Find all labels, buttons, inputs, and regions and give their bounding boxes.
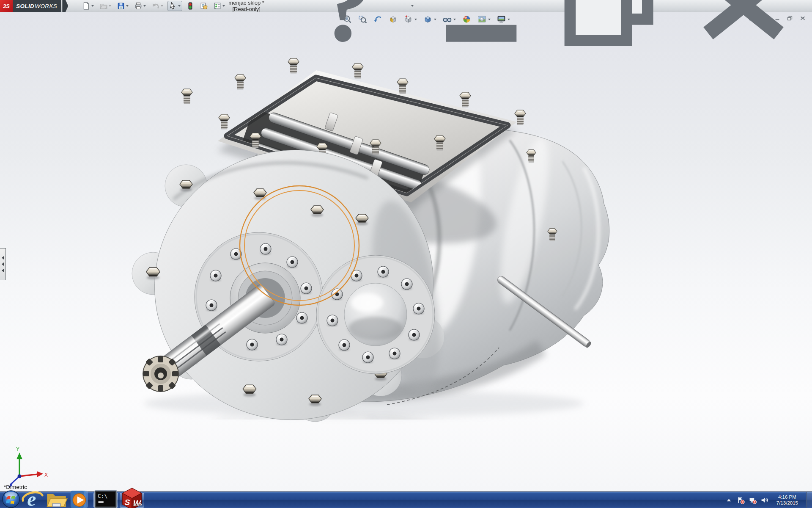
save-icon: [117, 2, 125, 10]
new-button[interactable]: [81, 1, 96, 11]
print-button[interactable]: [133, 1, 148, 11]
ie-icon: e: [20, 487, 44, 508]
help-icon: ?: [283, 0, 410, 70]
file-explorer-button[interactable]: [44, 492, 69, 508]
titlebar: 3S SOLIDWORKS menjac sklop * [Read-only]…: [0, 0, 812, 12]
solidworks-2015-button[interactable]: SW2015: [120, 493, 144, 508]
cmd-icon: C:\: [94, 487, 118, 508]
open-icon: [100, 2, 107, 10]
taskbar-clock[interactable]: 4:16 PM 7/13/2015: [776, 494, 798, 506]
network-status-button[interactable]: [749, 496, 757, 504]
media-player-button[interactable]: [69, 492, 93, 508]
save-button[interactable]: [115, 1, 130, 11]
window-controls: ?: [283, 0, 807, 70]
file-properties-icon: [200, 2, 208, 10]
options-button[interactable]: [212, 1, 227, 11]
undo-icon: [152, 2, 159, 10]
clock-date: 7/13/2015: [776, 500, 798, 506]
dropdown-caret-icon: [222, 5, 225, 7]
taskbar-buttons: eC:\SW2015: [0, 492, 145, 508]
solidworks-wordmark: SOLIDWORKS: [13, 0, 61, 12]
open-button[interactable]: [98, 1, 113, 11]
win-close-icon: [680, 0, 807, 70]
network-x-icon: [749, 496, 757, 504]
flag-x-icon: [737, 496, 745, 504]
options-icon: [214, 2, 221, 10]
svg-text:e: e: [27, 488, 36, 508]
graphics-area[interactable]: Y X *Dimetric: [0, 12, 812, 492]
svg-text:C:\: C:\: [98, 493, 108, 499]
internet-explorer-button[interactable]: e: [20, 492, 44, 508]
select-icon: [169, 2, 177, 10]
dropdown-caret-icon: [161, 5, 163, 7]
close-button[interactable]: [680, 0, 807, 70]
expand-panel-icon: [2, 262, 4, 266]
volume-button[interactable]: [760, 496, 768, 504]
undo-button[interactable]: [150, 1, 165, 11]
explorer-icon: [44, 487, 69, 508]
selected-edge-highlight: [240, 186, 359, 305]
system-tray: 4:16 PM 7/13/2015: [725, 492, 812, 508]
window-title: menjac sklop * [Read-only]: [227, 0, 283, 12]
solidworks-logo: 3S SOLIDWORKS: [0, 0, 68, 12]
version-badge: 2015: [133, 502, 142, 506]
expand-panel-icon: [2, 269, 4, 272]
menu-flyout-arrow-icon[interactable]: [62, 0, 68, 12]
restore-button[interactable]: [549, 0, 676, 70]
file-properties-button[interactable]: [198, 1, 209, 11]
quick-access-toolbar: [81, 1, 227, 11]
start-icon: [2, 490, 20, 508]
dropdown-caret-icon: [91, 5, 94, 7]
svg-text:X: X: [44, 472, 48, 478]
dropdown-caret-icon: [411, 5, 414, 7]
win-restore-icon: [549, 0, 676, 70]
action-center-button[interactable]: [737, 496, 745, 504]
featuremanager-collapsed-tab[interactable]: [0, 248, 6, 280]
new-icon: [82, 2, 90, 10]
show-desktop-button[interactable]: [806, 492, 812, 508]
print-icon: [134, 2, 142, 10]
expand-panel-icon: [2, 256, 4, 260]
start-button[interactable]: [2, 492, 20, 508]
reference-triad: Y X: [8, 446, 48, 487]
command-prompt-button[interactable]: C:\: [93, 493, 118, 508]
help-button[interactable]: ?: [283, 0, 414, 70]
tray-up-icon: [725, 496, 733, 504]
clock-time: 4:16 PM: [776, 494, 798, 500]
rebuild-button[interactable]: [185, 1, 196, 11]
gearbox-3d-model: Y X: [0, 12, 812, 492]
solidworks-window: 3S SOLIDWORKS menjac sklop * [Read-only]…: [0, 0, 812, 508]
svg-text:?: ?: [320, 0, 373, 63]
select-button[interactable]: [167, 1, 182, 11]
windows-taskbar: eC:\SW2015 4:16 PM 7/13/2015: [0, 491, 812, 508]
volume-icon: [760, 496, 768, 504]
svg-text:Y: Y: [16, 446, 19, 452]
rebuild-icon: [187, 2, 194, 10]
win-min-icon: [418, 0, 545, 70]
dropdown-caret-icon: [178, 5, 181, 7]
dropdown-caret-icon: [143, 5, 146, 7]
dropdown-caret-icon: [126, 5, 129, 7]
dropdown-caret-icon: [109, 5, 111, 7]
svg-text:S: S: [125, 498, 130, 507]
dassault-3ds-logo-icon: 3S: [0, 0, 13, 12]
wmp-icon: [69, 487, 93, 508]
show-hidden-icons-button[interactable]: [725, 496, 733, 504]
minimize-button[interactable]: [418, 0, 545, 70]
